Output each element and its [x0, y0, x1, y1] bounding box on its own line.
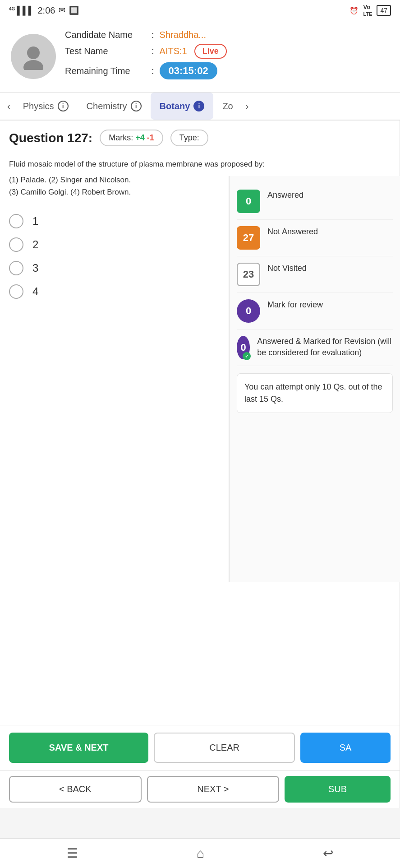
tab-arrow-left[interactable]: ‹	[4, 101, 14, 111]
status-not-answered: 27 Not Answered	[237, 220, 393, 256]
test-row: Test Name : AITS:1 Live	[65, 44, 389, 59]
status-left: 4G ▌▌▌ 2:06 ✉ 🔲	[9, 5, 79, 16]
candidate-row: Candidate Name : Shraddha...	[65, 30, 389, 40]
live-badge: Live	[194, 44, 227, 59]
answered-marked-badge: 0 ✓	[237, 336, 250, 359]
not-visited-count: 23	[243, 269, 254, 280]
not-answered-count: 27	[243, 232, 254, 244]
not-answered-badge: 27	[237, 226, 260, 250]
answered-badge: 0	[237, 190, 260, 213]
remaining-time: 03:15:02	[160, 62, 217, 79]
alarm-icon: ⏰	[349, 6, 359, 15]
time-row: Remaining Time : 03:15:02	[65, 62, 389, 79]
answered-marked-count: 0	[240, 342, 246, 353]
svg-point-0	[27, 46, 40, 59]
question-header: Question 127: Marks: +4 -1 Type:	[0, 121, 400, 151]
next-button[interactable]: NEXT >	[147, 776, 280, 803]
dot-icon: ✓	[243, 352, 251, 360]
not-visited-badge: 23	[237, 263, 260, 286]
tab-zoology-label: Zo	[222, 101, 233, 111]
time-display: 2:06	[38, 5, 55, 16]
tip-text: You can attempt only 10 Qs. out of the l…	[244, 382, 382, 404]
option-label-3: 3	[32, 262, 38, 274]
status-bar: 4G ▌▌▌ 2:06 ✉ 🔲 ⏰ VoLTE 47	[0, 0, 400, 21]
battery-indicator: 47	[377, 5, 391, 16]
tab-chemistry-label: Chemistry	[87, 101, 127, 111]
save-button[interactable]: SA	[300, 733, 391, 763]
radio-2[interactable]	[9, 237, 23, 252]
test-label: Test Name	[65, 46, 146, 56]
back-nav-icon[interactable]: ↩	[323, 846, 333, 861]
tab-physics-label: Physics	[23, 101, 54, 111]
question-title: Question 127:	[9, 131, 92, 145]
mark-review-label: Mark for review	[267, 299, 323, 311]
option-label-1: 1	[32, 215, 38, 227]
radio-1[interactable]	[9, 214, 23, 228]
main-area: Question 127: Marks: +4 -1 Type: Fluid m…	[0, 121, 400, 808]
type-label: Type:	[179, 133, 199, 142]
avatar	[11, 34, 56, 79]
test-value: AITS:1	[160, 46, 187, 56]
tab-botany-label: Botany	[160, 101, 190, 111]
physics-info-icon[interactable]: i	[58, 101, 69, 111]
mark-review-badge: 0	[237, 299, 260, 323]
colon-1: :	[152, 30, 154, 40]
back-button[interactable]: < BACK	[9, 776, 142, 803]
colon-2: :	[152, 46, 154, 56]
profile-header: Candidate Name : Shraddha... Test Name :…	[0, 21, 400, 93]
status-mark-review: 0 Mark for review	[237, 293, 393, 330]
time-label: Remaining Time	[65, 66, 146, 76]
status-right: ⏰ VoLTE 47	[349, 4, 391, 17]
tab-botany[interactable]: Botany i	[151, 93, 214, 120]
svg-point-1	[23, 60, 43, 70]
answered-count: 0	[246, 195, 251, 207]
radio-4[interactable]	[9, 284, 23, 299]
save-next-button[interactable]: SAVE & NEXT	[9, 733, 148, 763]
answered-label: Answered	[267, 190, 303, 201]
menu-icon[interactable]: ☰	[67, 846, 78, 861]
marks-label: Marks:	[109, 133, 133, 142]
question-text: Fluid mosaic model of the structure of p…	[9, 158, 391, 170]
colon-3: :	[152, 66, 154, 76]
option-label-2: 2	[32, 238, 38, 251]
not-visited-label: Not Visited	[267, 263, 307, 274]
answered-marked-label: Answered & Marked for Revision (will be …	[257, 336, 393, 358]
botany-info-icon[interactable]: i	[193, 101, 204, 111]
action-buttons: SAVE & NEXT CLEAR SA	[0, 725, 400, 770]
network-icon: 4G ▌▌▌	[9, 6, 34, 15]
type-badge: Type:	[170, 130, 208, 146]
status-answered-marked: 0 ✓ Answered & Marked for Revision (will…	[237, 330, 393, 366]
chemistry-info-icon[interactable]: i	[131, 101, 142, 111]
marks-minus: -1	[147, 133, 154, 142]
home-icon[interactable]: ⌂	[197, 846, 204, 861]
tab-arrow-right[interactable]: ›	[242, 101, 253, 111]
marks-badge: Marks: +4 -1	[100, 130, 163, 146]
signal-icon: VoLTE	[363, 4, 372, 17]
option-label-4: 4	[32, 285, 38, 298]
subject-tabs: ‹ Physics i Chemistry i Botany i Zo ›	[0, 93, 400, 121]
candidate-label: Candidate Name	[65, 30, 146, 40]
status-panel: 0 Answered 27 Not Answered 23 Not Visite…	[229, 176, 400, 582]
status-answered: 0 Answered	[237, 183, 393, 220]
mark-review-count: 0	[246, 305, 251, 317]
marks-plus: +4	[135, 133, 145, 142]
tip-box: You can attempt only 10 Qs. out of the l…	[237, 373, 393, 413]
mail-icon: ✉	[59, 5, 65, 15]
not-answered-label: Not Answered	[267, 226, 318, 237]
candidate-value: Shraddha...	[160, 30, 206, 40]
profile-info: Candidate Name : Shraddha... Test Name :…	[65, 30, 389, 83]
nav-buttons: < BACK NEXT > SUB	[0, 770, 400, 808]
radio-3[interactable]	[9, 261, 23, 275]
bottom-nav: ☰ ⌂ ↩	[0, 838, 400, 868]
tab-zoology[interactable]: Zo	[213, 93, 242, 120]
status-not-visited: 23 Not Visited	[237, 256, 393, 293]
tab-chemistry[interactable]: Chemistry i	[78, 93, 151, 120]
app-icon: 🔲	[69, 5, 79, 15]
clear-button[interactable]: CLEAR	[154, 733, 295, 763]
submit-button[interactable]: SUB	[285, 776, 391, 803]
tab-physics[interactable]: Physics i	[14, 93, 78, 120]
